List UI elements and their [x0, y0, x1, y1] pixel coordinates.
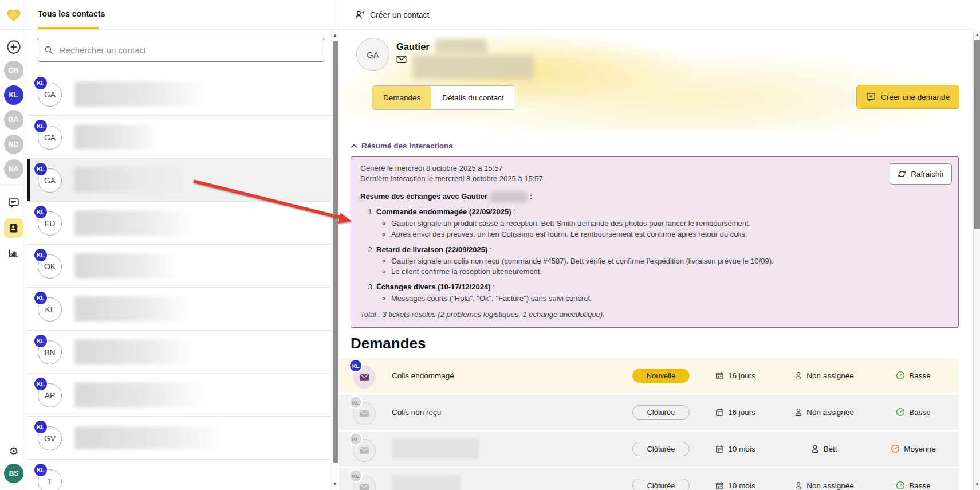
workspace-avatar[interactable]: KL — [4, 85, 23, 105]
contacts-nav-button[interactable] — [4, 218, 23, 238]
interaction-summary-title: Résumé des interactions — [361, 142, 453, 150]
envelope-icon — [396, 55, 407, 64]
summary-bullet: Après envoi des preuves, un lien Colissi… — [391, 229, 949, 240]
contact-avatar: KL KL — [37, 295, 64, 323]
owner-badge: KL — [34, 378, 47, 390]
tab-contact-details[interactable]: Détails du contact — [431, 86, 514, 109]
settings-gear-icon[interactable]: ⚙ — [9, 446, 18, 457]
owner-badge: KL — [34, 335, 47, 347]
workspace-avatar[interactable]: OR — [4, 61, 23, 80]
requests-heading: Demandes — [351, 335, 973, 352]
app-logo[interactable] — [0, 0, 27, 30]
scrollbar-thumb[interactable] — [333, 41, 338, 463]
person-icon — [794, 371, 802, 380]
priority-gauge-icon — [896, 407, 905, 417]
scrollbar-thumb[interactable] — [974, 40, 980, 229]
scroll-down-arrow[interactable]: ▼ — [332, 481, 339, 487]
contact-list-item[interactable]: GA KL — [27, 73, 359, 116]
contact-first-name: Gautier — [396, 41, 430, 52]
summary-item-colon: : — [490, 283, 494, 291]
request-status-cell: Clôturée — [624, 405, 698, 420]
contact-list-item[interactable]: BN KL — [27, 331, 359, 374]
request-age: 10 mois — [728, 445, 755, 453]
contact-list: GA KL GA KL GA KL — [27, 73, 359, 490]
owner-badge: KL — [34, 249, 47, 261]
detail-panel-body: Résumé des interactions Généré le mercre… — [339, 131, 973, 490]
create-request-button[interactable]: Créer une demande — [856, 85, 959, 109]
contact-list-scrollbar[interactable]: ▲ ▼ — [331, 30, 339, 490]
refresh-label: Rafraichir — [911, 168, 944, 180]
detail-panel-header: Créer un contact — [339, 0, 973, 30]
summary-heading-colon: : — [530, 191, 532, 202]
contact-list-item[interactable]: GA KL — [27, 116, 359, 159]
contact-list-item[interactable]: AP KL — [27, 374, 359, 417]
workspace-avatar[interactable]: GA — [4, 110, 23, 130]
contact-list-item[interactable]: KL KL — [27, 288, 359, 331]
summary-item: Retard de livraison (22/09/2025) : Gauti… — [376, 245, 949, 278]
contact-list-item[interactable]: FD KL — [27, 202, 359, 245]
request-age-cell: 10 mois — [698, 481, 773, 490]
add-workspace-button[interactable] — [6, 39, 22, 55]
summary-bullet-list: Messages courts ("Hola", "Ok", "Facture"… — [376, 293, 949, 304]
selected-indicator — [27, 159, 30, 201]
request-age-cell: 16 jours — [698, 408, 773, 417]
window-scrollbar[interactable]: ▲ ▼ — [973, 30, 980, 490]
contact-list-item[interactable]: OK KL — [27, 245, 359, 288]
refresh-icon — [898, 170, 906, 178]
contact-name-row: Gautier — [396, 39, 487, 54]
contact-list-item[interactable]: GA KL — [27, 159, 359, 202]
summary-heading-text: Résumé des échanges avec Gautier — [360, 191, 487, 202]
redacted-contact-name — [74, 339, 198, 364]
request-priority-cell: Basse — [876, 481, 959, 490]
request-list: KL Colis endommagé Nouvelle — [339, 358, 959, 490]
contact-email-row — [396, 55, 534, 79]
request-row[interactable]: KL Colis endommagé Nouvelle — [339, 358, 959, 393]
search-input[interactable] — [60, 45, 318, 55]
tab-all-contacts[interactable]: Tous les contacts — [38, 9, 105, 18]
status-badge: Clôturée — [632, 479, 690, 490]
refresh-button[interactable]: Rafraichir — [890, 163, 952, 185]
scroll-down-arrow[interactable]: ▼ — [974, 482, 980, 488]
current-user-avatar[interactable]: BS — [4, 464, 23, 483]
request-row[interactable]: KL Clôturée — [339, 432, 959, 467]
summary-item-colon: : — [511, 207, 515, 216]
bar-chart-icon — [8, 248, 19, 258]
owner-badge: KL — [34, 464, 47, 476]
request-age: 10 mois — [728, 481, 755, 490]
create-contact-button[interactable]: Créer un contact — [370, 10, 430, 19]
redacted-contact-name — [74, 296, 192, 322]
request-assignee: Non assignée — [806, 408, 854, 417]
request-channel-avatar: KL — [352, 362, 378, 389]
scroll-up-arrow[interactable]: ▲ — [332, 33, 339, 38]
calendar-icon — [715, 445, 724, 453]
request-row[interactable]: KL Clôturée — [339, 468, 959, 490]
plus-circle-icon — [6, 40, 21, 54]
request-assignee-cell: Non assignée — [773, 481, 876, 490]
status-badge: Clôturée — [632, 405, 690, 420]
request-priority-cell: Basse — [876, 407, 959, 417]
contact-list-item[interactable]: T KL — [27, 460, 359, 490]
status-badge: Nouvelle — [632, 369, 690, 383]
workspace-avatar[interactable]: NO — [4, 135, 23, 154]
request-row[interactable]: KL Colis non reçu Clôturée — [339, 395, 959, 430]
app-window: ORKLGANONA — [0, 0, 980, 490]
request-channel-avatar: KL — [352, 399, 378, 425]
calendar-icon — [715, 371, 724, 380]
contact-list-item[interactable]: GV KL — [27, 417, 359, 460]
contact-detail-panel: Créer un contact GA Gautier Demandes Dét — [339, 0, 973, 490]
request-channel-avatar: KL — [352, 472, 378, 490]
heart-logo-icon — [6, 8, 21, 22]
search-icon — [44, 45, 60, 55]
contacts-panel: Tous les contacts GA KL — [27, 0, 339, 490]
summary-bullet-list: Gautier signale un colis non reçu (comma… — [376, 256, 949, 278]
scroll-up-arrow[interactable]: ▲ — [974, 32, 980, 38]
statistics-nav-button[interactable] — [4, 244, 23, 263]
workspace-avatar[interactable]: NA — [4, 159, 23, 179]
priority-gauge-icon — [896, 481, 905, 490]
interaction-summary-box: Généré le mercredi 8 octobre 2025 à 15:5… — [351, 156, 959, 328]
interaction-summary-toggle[interactable]: Résumé des interactions — [351, 142, 453, 150]
priority-gauge-icon — [896, 371, 905, 380]
tab-requests[interactable]: Demandes — [372, 86, 431, 109]
request-title — [392, 438, 624, 459]
conversations-nav-button[interactable] — [4, 193, 23, 213]
